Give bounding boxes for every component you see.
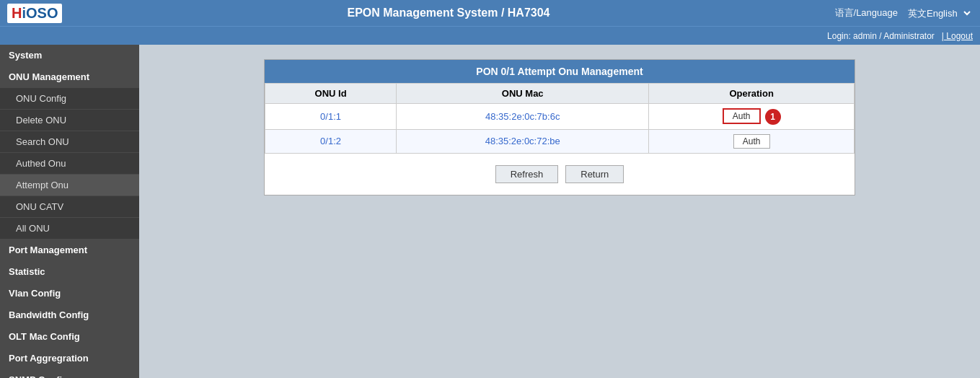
table-row: 0/1:148:35:2e:0c:7b:6cAuth1 xyxy=(265,104,855,130)
table-title: PON 0/1 Attempt Onu Management xyxy=(265,60,855,83)
refresh-button[interactable]: Refresh xyxy=(495,165,559,183)
table-row: 0/1:248:35:2e:0c:72:beAuth xyxy=(265,129,855,153)
sidebar-item-delete-onu[interactable]: Delete ONU xyxy=(0,110,139,131)
return-button[interactable]: Return xyxy=(565,165,624,183)
sidebar: SystemONU ManagementONU ConfigDelete ONU… xyxy=(0,45,139,378)
auth-button-0[interactable]: Auth xyxy=(723,108,761,124)
sidebar-item-statistic[interactable]: Statistic xyxy=(0,261,139,283)
sidebar-item-system[interactable]: System xyxy=(0,45,139,66)
onu-table: ONU Id ONU Mac Operation 0/1:148:35:2e:0… xyxy=(265,83,855,154)
onu-mac-cell: 48:35:2e:0c:7b:6c xyxy=(397,104,649,130)
auth-button-1[interactable]: Auth xyxy=(733,134,770,149)
login-info: Login: admin / Administrator xyxy=(827,31,935,41)
logo: HiOSO xyxy=(7,4,62,23)
sidebar-item-onu-management[interactable]: ONU Management xyxy=(0,66,139,88)
language-select[interactable]: 英文English 中文Chinese xyxy=(905,7,973,19)
header-right: 语言/Language 英文English 中文Chinese xyxy=(835,6,973,19)
sidebar-item-search-onu[interactable]: Search ONU xyxy=(0,131,139,153)
operation-cell: Auth xyxy=(649,129,855,153)
sidebar-item-all-onu[interactable]: All ONU xyxy=(0,218,139,239)
main-layout: SystemONU ManagementONU ConfigDelete ONU… xyxy=(0,45,980,378)
onu-mac-cell: 48:35:2e:0c:72:be xyxy=(397,129,649,153)
header-title: EPON Management System / HA7304 xyxy=(348,6,550,19)
sidebar-item-olt-mac-config[interactable]: OLT Mac Config xyxy=(0,326,139,348)
logout-link[interactable]: | Logout xyxy=(942,31,973,41)
col-header-onu-mac: ONU Mac xyxy=(397,84,649,104)
header-top: HiOSO EPON Management System / HA7304 语言… xyxy=(0,0,980,26)
onu-id-cell: 0/1:2 xyxy=(265,129,397,153)
sidebar-item-onu-config[interactable]: ONU Config xyxy=(0,88,139,110)
onu-table-container: PON 0/1 Attempt Onu Management ONU Id ON… xyxy=(264,59,855,195)
sidebar-item-port-management[interactable]: Port Management xyxy=(0,239,139,261)
sidebar-item-onu-catv[interactable]: ONU CATV xyxy=(0,196,139,218)
operation-cell: Auth1 xyxy=(649,104,855,130)
badge: 1 xyxy=(765,109,781,125)
sidebar-item-snmp-config[interactable]: SNMP Config xyxy=(0,369,139,378)
col-header-operation: Operation xyxy=(649,84,855,104)
action-row: Refresh Return xyxy=(265,154,855,195)
sidebar-item-attempt-onu[interactable]: Attempt Onu xyxy=(0,175,139,196)
sidebar-item-authed-onu[interactable]: Authed Onu xyxy=(0,153,139,175)
header-sub: Login: admin / Administrator | Logout xyxy=(0,26,980,45)
col-header-onu-id: ONU Id xyxy=(265,84,397,104)
sidebar-item-port-aggregation[interactable]: Port Aggregration xyxy=(0,348,139,369)
language-label: 语言/Language xyxy=(835,6,898,19)
content-area: PON 0/1 Attempt Onu Management ONU Id ON… xyxy=(139,45,980,378)
onu-id-cell: 0/1:1 xyxy=(265,104,397,130)
sidebar-item-bandwidth-config[interactable]: Bandwidth Config xyxy=(0,304,139,326)
sidebar-item-vlan-config[interactable]: Vlan Config xyxy=(0,283,139,304)
